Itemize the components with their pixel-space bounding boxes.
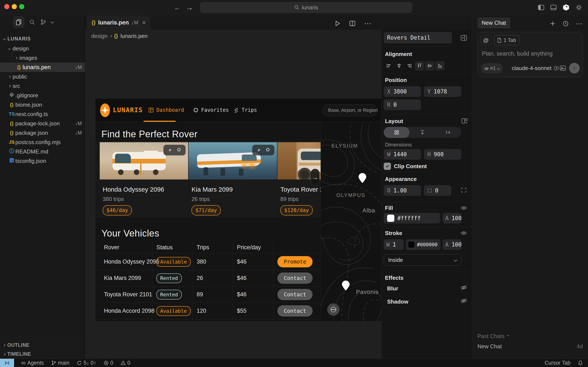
map-globe-button[interactable]	[327, 303, 340, 316]
mode-selector[interactable]: ∞ ⌘I	[481, 63, 503, 74]
send-button[interactable]: ↑	[569, 63, 580, 74]
timeline-panel-header[interactable]: TIMELINE	[0, 350, 85, 359]
collapse-panel-icon[interactable]	[460, 34, 467, 41]
global-search-bar[interactable]: lunaris	[200, 2, 412, 13]
tree-item-tsconfig[interactable]: TS tsconfig.json	[0, 156, 85, 166]
layout-horizontal-option[interactable]	[435, 127, 461, 138]
fill-color-swatch[interactable]	[387, 215, 394, 222]
eye-off-icon[interactable]	[460, 285, 467, 290]
warnings-status[interactable]: 0	[120, 360, 130, 366]
position-x-field[interactable]: X3800	[384, 86, 421, 97]
past-chats-header[interactable]: Past Chats	[477, 333, 583, 340]
height-field[interactable]: H900	[424, 149, 461, 160]
explorer-files-button[interactable]	[13, 17, 24, 28]
settings-gear-icon[interactable]	[575, 4, 582, 11]
chat-title-tab[interactable]: New Chat	[477, 17, 510, 28]
layout-grid-option[interactable]	[384, 127, 409, 138]
corner-radius-field[interactable]: 0	[424, 185, 451, 196]
card-overlay-actions[interactable]	[163, 145, 186, 155]
fill-alpha-field[interactable]: A100	[443, 213, 461, 224]
align-bottom-icon[interactable]	[435, 61, 445, 70]
tree-item-readme[interactable]: README.md	[0, 147, 85, 156]
breadcrumb-folder[interactable]: design	[91, 33, 108, 39]
project-root[interactable]: LUNARIS	[0, 34, 85, 43]
promote-button[interactable]: Promote	[277, 256, 313, 267]
tree-item-gitignore[interactable]: .gitignore	[0, 91, 85, 100]
rover-card-kia-mars[interactable]: Kia Mars 2099 26 trips $71/day	[188, 142, 277, 217]
tree-item-public[interactable]: public	[0, 72, 85, 81]
stroke-color-swatch[interactable]	[408, 241, 415, 248]
align-right-icon[interactable]	[405, 61, 414, 70]
contact-button[interactable]: Contact	[277, 289, 313, 300]
tree-item-lunaris-pen[interactable]: {} lunaris.pen ↓M	[0, 63, 85, 72]
align-middle-v-icon[interactable]	[425, 61, 435, 70]
tree-item-biome-json[interactable]: {} biome.json	[0, 100, 85, 109]
contact-button[interactable]: Contact	[277, 273, 313, 284]
map-pin-icon[interactable]	[342, 281, 350, 291]
design-search-field[interactable]: Base, Airport, or Region	[322, 104, 377, 116]
breadcrumb[interactable]: design {} lunaris.pen	[91, 33, 148, 39]
new-chat-plus-icon[interactable]	[550, 21, 556, 27]
card-overlay-actions[interactable]	[252, 145, 274, 155]
errors-status[interactable]: 0	[103, 360, 113, 366]
position-y-field[interactable]: Y1078	[424, 86, 461, 97]
chat-history-icon[interactable]	[562, 20, 569, 27]
explorer-search-icon[interactable]	[29, 19, 35, 25]
stroke-alpha-field[interactable]: A100	[443, 239, 461, 250]
eye-icon[interactable]	[460, 206, 467, 210]
attach-image-icon[interactable]	[560, 65, 566, 71]
remote-indicator[interactable]	[0, 359, 14, 367]
git-branch-status[interactable]: main	[51, 360, 69, 366]
tree-item-next-config[interactable]: TS next.config.ts	[0, 109, 85, 119]
carousel-next-button[interactable]: →	[311, 169, 320, 186]
outline-panel-header[interactable]: OUTLINE	[0, 341, 85, 350]
breadcrumb-file[interactable]: lunaris.pen	[120, 33, 148, 39]
extension-cube-icon[interactable]	[562, 4, 570, 11]
split-editor-icon[interactable]	[349, 20, 356, 27]
context-tab-chip[interactable]: 1 Tab	[494, 35, 520, 45]
back-arrow-icon[interactable]: ←	[174, 3, 181, 12]
tree-item-package-lock[interactable]: {} package-lock.json ↓M	[0, 119, 85, 128]
expand-icon[interactable]	[461, 187, 467, 193]
clip-content-checkbox[interactable]	[384, 163, 391, 170]
rover-card-honda-odyssey[interactable]: Honda Odyssey 2096 380 trips $46/day	[100, 142, 188, 217]
notifications-bell[interactable]	[578, 360, 583, 366]
stroke-width-field[interactable]: W1	[384, 239, 404, 250]
chat-more-icon[interactable]: ⋯	[576, 20, 583, 28]
tree-item-src[interactable]: src	[0, 81, 85, 91]
fill-color-field[interactable]: #ffffff	[384, 213, 440, 224]
tree-item-package-json[interactable]: {} package.json ↓M	[0, 128, 85, 138]
eye-icon[interactable]	[460, 231, 467, 235]
explorer-more-chevron-icon[interactable]	[51, 20, 54, 24]
run-play-icon[interactable]	[334, 20, 341, 27]
tab-lunaris-pen[interactable]: {} lunaris.pen ↓M ×	[87, 15, 150, 30]
layer-name-field[interactable]: Rovers Detail	[384, 32, 452, 43]
align-center-h-icon[interactable]	[394, 61, 404, 70]
model-selector[interactable]: claude-4-sonnet	[512, 65, 563, 72]
forward-arrow-icon[interactable]: →	[186, 3, 193, 12]
tree-item-design[interactable]: design	[0, 44, 85, 53]
design-nav-dashboard[interactable]: Dashboard	[148, 107, 184, 113]
compare-arrows-icon[interactable]	[167, 147, 173, 153]
stroke-position-dropdown[interactable]: Inside	[384, 254, 461, 266]
gear-star-icon[interactable]	[176, 147, 182, 153]
sync-status[interactable]: 5↓ 0↑	[77, 360, 96, 366]
chat-input-box[interactable]: @ 1 Tab Plan, search, build anything ∞ ⌘…	[477, 32, 583, 77]
stroke-color-field[interactable]: #000000	[406, 239, 441, 250]
layout-vertical-option[interactable]	[409, 127, 435, 138]
toggle-left-sidebar-icon[interactable]	[538, 4, 545, 11]
design-frame-rovers-detail[interactable]: LUNARIS Dashboard Favorites Trips Base, …	[95, 99, 381, 321]
contact-button[interactable]: Contact	[277, 305, 313, 317]
compare-arrows-icon[interactable]	[256, 147, 262, 153]
agents-status[interactable]: ∞ Agents	[21, 359, 44, 366]
window-close-button[interactable]	[4, 4, 9, 9]
past-chat-item[interactable]: New Chat 4d	[477, 343, 583, 350]
window-zoom-button[interactable]	[19, 4, 24, 9]
align-left-icon[interactable]	[384, 61, 393, 70]
tree-item-images[interactable]: images	[0, 53, 85, 63]
opacity-field[interactable]: O1.00	[384, 185, 421, 196]
tree-item-postcss[interactable]: JS postcss.config.mjs	[0, 138, 85, 147]
align-top-icon[interactable]	[415, 61, 424, 70]
design-map-panel[interactable]: ELYSIUM OLYMPUS Alba Pavonis	[321, 122, 381, 321]
source-control-icon[interactable]	[40, 19, 46, 25]
